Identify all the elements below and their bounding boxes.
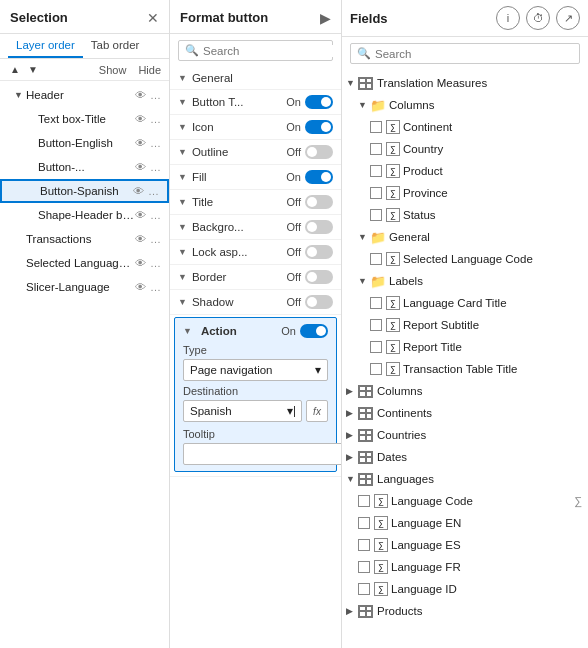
transactions-eye-icon[interactable]: 👁 bbox=[135, 233, 146, 245]
fmt-outline-header[interactable]: ▼ Outline Off bbox=[170, 140, 341, 164]
fmt-border-header[interactable]: ▼ Border Off bbox=[170, 265, 341, 289]
status-checkbox[interactable] bbox=[370, 209, 382, 221]
fmt-border-toggle[interactable] bbox=[305, 270, 333, 284]
shape-header-dot-icon[interactable]: … bbox=[150, 209, 161, 221]
info-icon[interactable]: i bbox=[496, 6, 520, 30]
tree-item-languages[interactable]: ▼ Languages bbox=[342, 468, 588, 490]
close-selection-button[interactable]: ✕ bbox=[147, 10, 159, 26]
tree-item-province[interactable]: ∑ Province bbox=[342, 182, 588, 204]
destination-dropdown[interactable]: Spanish ▾ bbox=[183, 400, 302, 422]
fmt-button-t-header[interactable]: ▼ Button T... On bbox=[170, 90, 341, 114]
selected-lang-code-checkbox[interactable] bbox=[370, 253, 382, 265]
tree-item-lang-en[interactable]: ∑ Language EN bbox=[342, 512, 588, 534]
sel-item-header[interactable]: ▼ Header 👁 … bbox=[0, 83, 169, 107]
tree-item-lang-card-title[interactable]: ∑ Language Card Title bbox=[342, 292, 588, 314]
tab-tab-order[interactable]: Tab order bbox=[83, 34, 148, 58]
slicer-language-dot-icon[interactable]: … bbox=[150, 281, 161, 293]
fmt-outline-toggle[interactable] bbox=[305, 145, 333, 159]
move-up-button[interactable]: ▲ bbox=[8, 63, 22, 76]
lang-en-checkbox[interactable] bbox=[358, 517, 370, 529]
lang-card-title-checkbox[interactable] bbox=[370, 297, 382, 309]
fmt-shadow-header[interactable]: ▼ Shadow Off bbox=[170, 290, 341, 314]
tree-item-columns[interactable]: ▼ 📁 Columns bbox=[342, 94, 588, 116]
tree-item-lang-fr[interactable]: ∑ Language FR bbox=[342, 556, 588, 578]
textbox-title-eye-icon[interactable]: 👁 bbox=[135, 113, 146, 125]
fields-search-input[interactable] bbox=[375, 48, 573, 60]
slicer-language-eye-icon[interactable]: 👁 bbox=[135, 281, 146, 293]
tree-item-transaction-table[interactable]: ∑ Transaction Table Title bbox=[342, 358, 588, 380]
tree-item-continent[interactable]: ∑ Continent bbox=[342, 116, 588, 138]
fmt-fill-header[interactable]: ▼ Fill On bbox=[170, 165, 341, 189]
fmt-backgro-header[interactable]: ▼ Backgro... Off bbox=[170, 215, 341, 239]
textbox-title-dot-icon[interactable]: … bbox=[150, 113, 161, 125]
tooltip-input[interactable] bbox=[183, 443, 341, 465]
button-spanish-dot-icon[interactable]: … bbox=[148, 185, 159, 197]
continent-checkbox[interactable] bbox=[370, 121, 382, 133]
fmt-shadow-toggle[interactable] bbox=[305, 295, 333, 309]
shape-header-eye-icon[interactable]: 👁 bbox=[135, 209, 146, 221]
history-icon[interactable]: ⏱ bbox=[526, 6, 550, 30]
move-down-button[interactable]: ▼ bbox=[26, 63, 40, 76]
tree-item-translation-measures[interactable]: ▼ Translation Measures bbox=[342, 72, 588, 94]
tree-item-continents[interactable]: ▶ Continents bbox=[342, 402, 588, 424]
tree-item-product[interactable]: ∑ Product bbox=[342, 160, 588, 182]
sel-item-button-unnamed[interactable]: Button-... 👁 … bbox=[0, 155, 169, 179]
tree-item-lang-code[interactable]: ∑ Language Code ∑ bbox=[342, 490, 588, 512]
tree-item-status[interactable]: ∑ Status bbox=[342, 204, 588, 226]
type-dropdown[interactable]: Page navigation ▾ bbox=[183, 359, 328, 381]
transaction-table-checkbox[interactable] bbox=[370, 363, 382, 375]
header-eye-icon[interactable]: 👁 bbox=[135, 89, 146, 101]
format-search-input[interactable] bbox=[203, 45, 342, 57]
tree-item-lang-es[interactable]: ∑ Language ES bbox=[342, 534, 588, 556]
tree-item-selected-lang-code[interactable]: ∑ Selected Language Code bbox=[342, 248, 588, 270]
tree-item-general-folder[interactable]: ▼ 📁 General bbox=[342, 226, 588, 248]
fmt-title-header[interactable]: ▼ Title Off bbox=[170, 190, 341, 214]
tree-item-country[interactable]: ∑ Country bbox=[342, 138, 588, 160]
tree-item-lang-id[interactable]: ∑ Language ID bbox=[342, 578, 588, 600]
sel-item-textbox-title[interactable]: Text box-Title 👁 … bbox=[0, 107, 169, 131]
action-toggle[interactable] bbox=[300, 324, 328, 338]
fmt-icon-toggle[interactable] bbox=[305, 120, 333, 134]
country-checkbox[interactable] bbox=[370, 143, 382, 155]
transactions-dot-icon[interactable]: … bbox=[150, 233, 161, 245]
lang-es-checkbox[interactable] bbox=[358, 539, 370, 551]
fmt-lock-asp-header[interactable]: ▼ Lock asp... Off bbox=[170, 240, 341, 264]
fmt-icon-header[interactable]: ▼ Icon On bbox=[170, 115, 341, 139]
format-arrow-icon[interactable]: ▶ bbox=[320, 10, 331, 26]
tree-item-report-title[interactable]: ∑ Report Title bbox=[342, 336, 588, 358]
province-checkbox[interactable] bbox=[370, 187, 382, 199]
tab-layer-order[interactable]: Layer order bbox=[8, 34, 83, 58]
sel-item-slicer-language[interactable]: Slicer-Language 👁 … bbox=[0, 275, 169, 299]
fmt-general-header[interactable]: ▼ General bbox=[170, 67, 341, 89]
sel-item-shape-header[interactable]: Shape-Header ba... 👁 … bbox=[0, 203, 169, 227]
selected-lang-dot-icon[interactable]: … bbox=[150, 257, 161, 269]
tree-item-columns2[interactable]: ▶ Columns bbox=[342, 380, 588, 402]
format-search-box[interactable]: 🔍 bbox=[178, 40, 333, 61]
fmt-title-toggle[interactable] bbox=[305, 195, 333, 209]
button-spanish-eye-icon[interactable]: 👁 bbox=[133, 185, 144, 197]
fmt-fill-toggle[interactable] bbox=[305, 170, 333, 184]
sel-item-selected-lang[interactable]: Selected Language C... 👁 … bbox=[0, 251, 169, 275]
tree-item-dates[interactable]: ▶ Dates bbox=[342, 446, 588, 468]
button-unnamed-dot-icon[interactable]: … bbox=[150, 161, 161, 173]
sel-item-button-english[interactable]: Button-English 👁 … bbox=[0, 131, 169, 155]
tree-item-report-subtitle[interactable]: ∑ Report Subtitle bbox=[342, 314, 588, 336]
tree-item-products[interactable]: ▶ Products bbox=[342, 600, 588, 622]
share-icon[interactable]: ↗ bbox=[556, 6, 580, 30]
lang-code-checkbox[interactable] bbox=[358, 495, 370, 507]
report-title-checkbox[interactable] bbox=[370, 341, 382, 353]
tree-item-labels-folder[interactable]: ▼ 📁 Labels bbox=[342, 270, 588, 292]
fields-search-box[interactable]: 🔍 bbox=[350, 43, 580, 64]
selected-lang-eye-icon[interactable]: 👁 bbox=[135, 257, 146, 269]
lang-id-checkbox[interactable] bbox=[358, 583, 370, 595]
destination-fx-button[interactable]: fx bbox=[306, 400, 328, 422]
header-dot-icon[interactable]: … bbox=[150, 89, 161, 101]
fmt-button-t-toggle[interactable] bbox=[305, 95, 333, 109]
fmt-lock-asp-toggle[interactable] bbox=[305, 245, 333, 259]
sel-item-button-spanish[interactable]: Button-Spanish 👁 … bbox=[0, 179, 169, 203]
report-subtitle-checkbox[interactable] bbox=[370, 319, 382, 331]
button-english-eye-icon[interactable]: 👁 bbox=[135, 137, 146, 149]
lang-fr-checkbox[interactable] bbox=[358, 561, 370, 573]
sel-item-transactions[interactable]: Transactions 👁 … bbox=[0, 227, 169, 251]
button-english-dot-icon[interactable]: … bbox=[150, 137, 161, 149]
